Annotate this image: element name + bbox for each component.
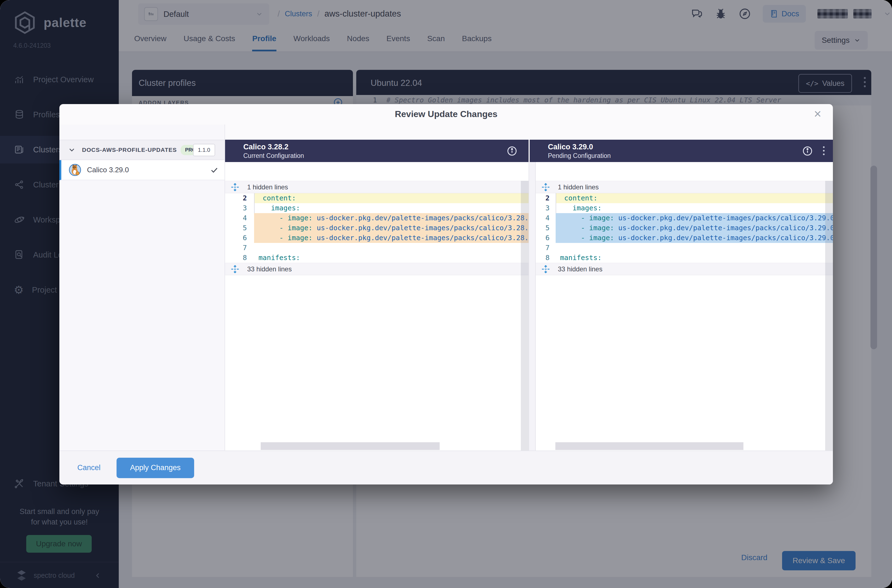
profile-group-label: DOCS-AWS-PROFILE-UPDATES xyxy=(82,147,177,153)
vertical-scrollbar[interactable] xyxy=(521,181,529,450)
hidden-lines-row[interactable]: 33 hidden lines xyxy=(225,263,529,275)
code-line: 7 xyxy=(536,243,833,253)
modal-title: Review Update Changes xyxy=(395,109,498,119)
chevron-down-icon xyxy=(68,146,76,154)
version-badge: 1.1.0 xyxy=(193,144,215,156)
code-line: 8manifests: xyxy=(225,253,529,263)
expand-lines-icon[interactable] xyxy=(230,264,240,274)
calico-pack-icon xyxy=(69,164,81,176)
apply-changes-button[interactable]: Apply Changes xyxy=(117,458,194,478)
expand-lines-icon[interactable] xyxy=(541,264,551,274)
expand-lines-icon[interactable] xyxy=(541,182,551,192)
cancel-button[interactable]: Cancel xyxy=(72,464,106,472)
modal-header: Review Update Changes × xyxy=(59,104,833,124)
code-line: 5 - image: us-docker.pkg.dev/palette-ima… xyxy=(225,223,529,233)
code-line: 4 - image: us-docker.pkg.dev/palette-ima… xyxy=(225,213,529,223)
info-icon[interactable] xyxy=(506,146,518,156)
code-line: 3 images: xyxy=(536,203,833,213)
review-update-changes-modal: Review Update Changes × DOCS-AWS-PROFILE… xyxy=(59,104,833,484)
hidden-lines-label: 33 hidden lines xyxy=(247,265,291,273)
hidden-lines-label: 33 hidden lines xyxy=(558,265,602,273)
hidden-lines-label: 1 hidden lines xyxy=(247,183,288,191)
diff-pane-divider xyxy=(529,162,536,450)
code-line: 3 images: xyxy=(225,203,529,213)
pending-config-diff-pane: 1 hidden lines 2 content: 3 images: 4 - … xyxy=(536,162,833,450)
modal-footer: Cancel Apply Changes xyxy=(59,450,833,484)
pending-pack-subtitle: Pending Configuration xyxy=(548,152,833,160)
app-window: Default / Clusters / aws-cluster-updates xyxy=(0,0,892,588)
code-lines: 2 content: 3 images: 4 - image: us-docke… xyxy=(225,193,529,263)
pending-pack-title: Calico 3.29.0 xyxy=(548,142,833,152)
code-line: 4 - image: us-docker.pkg.dev/palette-ima… xyxy=(536,213,833,223)
current-config-diff-pane: 1 hidden lines 2 content: 3 images: 4 - … xyxy=(225,162,529,450)
hidden-lines-row[interactable]: 1 hidden lines xyxy=(225,181,529,193)
code-line: 6 - image: us-docker.pkg.dev/palette-ima… xyxy=(536,233,833,243)
current-pack-subtitle: Current Configuration xyxy=(243,152,529,160)
horizontal-scrollbar[interactable] xyxy=(556,442,743,450)
horizontal-scrollbar[interactable] xyxy=(261,442,440,450)
hidden-lines-row[interactable]: 1 hidden lines xyxy=(536,181,833,193)
info-icon[interactable] xyxy=(802,146,813,156)
code-line: 6 - image: us-docker.pkg.dev/palette-ima… xyxy=(225,233,529,243)
hidden-lines-label: 1 hidden lines xyxy=(558,183,599,191)
pack-item-calico[interactable]: Calico 3.29.0 xyxy=(59,160,225,180)
code-line: 8manifests: xyxy=(536,253,833,263)
hidden-lines-row[interactable]: 33 hidden lines xyxy=(536,263,833,275)
profile-tree-panel: DOCS-AWS-PROFILE-UPDATES PROJ 1.1.0 Cali… xyxy=(59,124,225,450)
code-line: 5 - image: us-docker.pkg.dev/palette-ima… xyxy=(536,223,833,233)
expand-lines-icon[interactable] xyxy=(230,182,240,192)
code-line: 2 content: xyxy=(225,193,529,203)
current-config-header: Calico 3.28.2 Current Configuration xyxy=(225,140,529,162)
profile-group-row[interactable]: DOCS-AWS-PROFILE-UPDATES PROJ 1.1.0 xyxy=(59,140,225,160)
code-lines: 2 content: 3 images: 4 - image: us-docke… xyxy=(536,193,833,263)
vertical-scrollbar[interactable] xyxy=(825,181,833,450)
current-pack-title: Calico 3.28.2 xyxy=(243,142,529,152)
code-line: 2 content: xyxy=(536,193,833,203)
pending-config-header: Calico 3.29.0 Pending Configuration xyxy=(530,140,833,162)
check-icon xyxy=(210,166,218,174)
kebab-menu-icon[interactable] xyxy=(823,146,824,155)
pack-item-label: Calico 3.29.0 xyxy=(87,166,129,174)
close-icon[interactable]: × xyxy=(814,106,821,121)
code-line: 7 xyxy=(225,243,529,253)
